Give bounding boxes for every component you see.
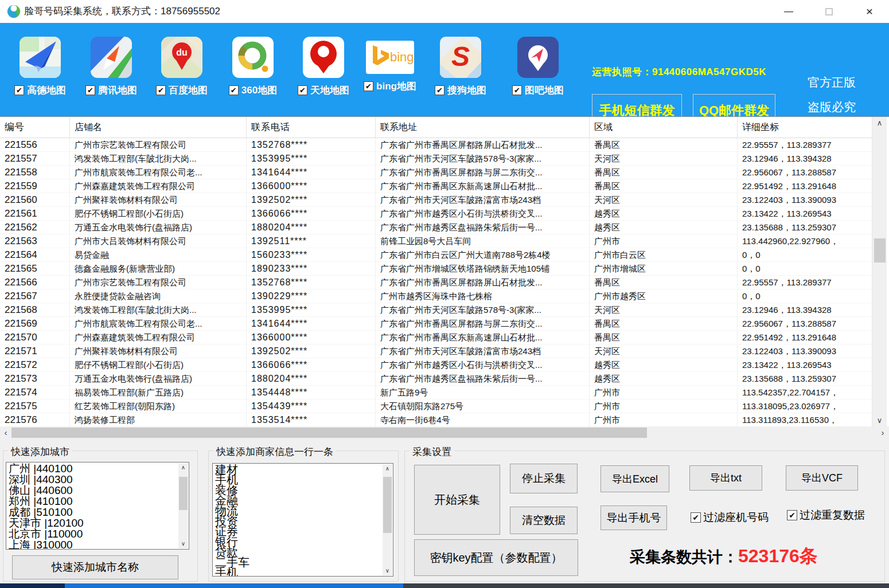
minimize-button[interactable]: — [775, 0, 802, 23]
cell-shop: 广州聚祥装饰材料有限公司 [70, 193, 247, 206]
cell-id: 221573 [0, 372, 70, 385]
scroll-up-icon[interactable]: ∧ [178, 463, 188, 472]
filter-landline-checkbox[interactable]: ✔ 过滤座机号码 [691, 510, 769, 525]
scroll-right-icon[interactable]: › [877, 426, 888, 439]
cell-address: 广东省广州市越秀区盘福路朱紫后街一号... [376, 221, 590, 234]
export-vcf-button[interactable]: 导出VCF [786, 465, 858, 491]
table-row[interactable]: 221561肥仔不锈钢工程部(小石街店)1366066****广东省广州市越秀区… [0, 207, 872, 221]
cell-district: 广州市增城区 [590, 262, 738, 275]
table-row[interactable]: 221570广州森嘉建筑装饰工程有限公司1366000****广东省广州市番禺区… [0, 331, 872, 344]
map-source-tuba: ✔ 图吧地图 [502, 37, 574, 97]
tianditu-checkbox[interactable]: ✔ 天地地图 [288, 84, 359, 97]
close-button[interactable]: × [856, 0, 883, 23]
cell-id: 221569 [0, 317, 70, 330]
table-row[interactable]: 221564易贷金融1560233****广东省广州市白云区广州大道南788号2… [0, 248, 872, 262]
table-row[interactable]: 221562万通五金水电装饰行(盘福路店)1880204****广东省广州市越秀… [0, 221, 872, 234]
baidu-map-checkbox[interactable]: ✔ 百度地图 [146, 84, 217, 97]
table-row[interactable]: 221572肥仔不锈钢工程部(小石街店)1366066****广东省广州市越秀区… [0, 358, 872, 372]
table-row[interactable]: 221574福易装饰工程部(新广五路店)1354448****新广五路9号广州市… [0, 386, 872, 399]
city-list[interactable]: 广州 |440100 深圳 |440300 佛山 |440600 郑州 |410… [6, 462, 189, 550]
table-row[interactable]: 221567永胜便捷贷款金融咨询1390229****广州市越秀区海珠中路七株榕… [0, 289, 872, 303]
cell-address: 大石镇朝阳东路275号 [376, 399, 590, 413]
cell-district: 越秀区 [590, 358, 738, 371]
column-header-coords[interactable]: 详细坐标 [738, 117, 872, 138]
export-txt-button[interactable]: 导出txt [689, 465, 762, 491]
cell-coords: 23.13422，113.269543 [738, 207, 872, 220]
merchant-list-items: 建材 手机 装修 金融 物流 投资 证券 银行 贷款 二手车 手机 [215, 464, 383, 576]
cell-phone: 1341644**** [247, 317, 376, 330]
merchant-input-list[interactable]: 建材 手机 装修 金融 物流 投资 证券 银行 贷款 二手车 手机 ∧ ∨ [212, 463, 393, 577]
column-header-phone[interactable]: 联系电话 [247, 117, 376, 138]
sogou-map-checkbox[interactable]: ✔ 搜狗地图 [425, 84, 496, 97]
amap-checkbox[interactable]: ✔ 高德地图 [5, 84, 76, 97]
360-map-checkbox[interactable]: ✔ 360地图 [217, 84, 288, 97]
cell-phone: 1341644**** [247, 166, 376, 179]
quick-add-city-button[interactable]: 快速添加城市名称 [12, 555, 178, 579]
table-row[interactable]: 221573万通五金水电装饰行(盘福路店)1880204****广东省广州市越秀… [0, 372, 872, 386]
vertical-scrollbar-thumb[interactable] [874, 238, 886, 262]
tencent-map-checkbox[interactable]: ✔ 腾讯地图 [76, 84, 147, 97]
table-row[interactable]: 221571广州聚祥装饰材料有限公司1392502****广东省广州市天河区车陂… [0, 344, 872, 358]
merchant-scrollbar-thumb[interactable] [383, 477, 392, 533]
cell-phone: 1366000**** [247, 331, 376, 344]
sogou-map-icon: S [440, 37, 481, 78]
scroll-down-icon[interactable]: ∨ [383, 566, 392, 575]
checked-checkbox-icon: ✔ [435, 85, 445, 95]
merchant-list-scrollbar[interactable]: ∧ ∨ [383, 464, 392, 575]
export-phone-button[interactable]: 导出手机号 [601, 505, 667, 530]
city-list-scrollbar[interactable]: ∧ ∨ [178, 463, 188, 548]
clear-data-button[interactable]: 清空数据 [510, 507, 578, 534]
cell-shop: 鸿发装饰工程部(车陂北街大岗... [70, 303, 247, 316]
tuba-map-checkbox[interactable]: ✔ 图吧地图 [502, 84, 574, 97]
table-row[interactable]: 221569广州市航宸装饰工程有限公司老...1341644****广东省广州市… [0, 317, 872, 331]
table-row[interactable]: 221575红艺装饰工程部(朝阳东路)1354439****大石镇朝阳东路275… [0, 399, 872, 413]
table-row[interactable]: 221576鸿扬装修工程部1353514****寺右南一街6巷4号广州市113.… [0, 413, 872, 427]
bing-map-checkbox[interactable]: ✔ bing地图 [354, 80, 426, 93]
scroll-left-icon[interactable]: ‹ [0, 426, 11, 439]
table-row[interactable]: 221556广州市宗艺装饰工程有限公司1352768****广东省广州市番禺区屏… [0, 138, 872, 152]
filter-duplicate-checkbox[interactable]: ✔ 过滤重复数据 [787, 508, 865, 523]
cell-district: 番禺区 [590, 179, 738, 193]
start-collect-button[interactable]: 开始采集 [414, 465, 500, 535]
svg-text:S: S [451, 41, 470, 72]
cell-phone: 1352768**** [247, 138, 376, 151]
key-config-button[interactable]: 密钥key配置（参数配置） [414, 539, 578, 576]
official-text-line1: 官方正版 [802, 75, 861, 91]
bing-map-icon: bing [366, 41, 414, 74]
table-row[interactable]: 221558广州市航宸装饰工程有限公司老...1341644****广东省广州市… [0, 166, 872, 179]
column-header-shop[interactable]: 店铺名 [70, 117, 247, 138]
scroll-up-icon[interactable]: ∧ [383, 464, 392, 473]
horizontal-scrollbar-thumb[interactable] [11, 428, 647, 438]
table-row[interactable]: 221566广州市宗艺装饰工程有限公司1352768****广东省广州市番禺区屏… [0, 276, 872, 289]
table-row[interactable]: 221559广州森嘉建筑装饰工程有限公司1366000****广东省广州市番禺区… [0, 179, 872, 193]
map-label: 天地地图 [310, 84, 349, 97]
column-header-district[interactable]: 区域 [590, 117, 738, 138]
stop-collect-button[interactable]: 停止采集 [510, 464, 578, 493]
city-scrollbar-thumb[interactable] [179, 477, 188, 510]
cell-address: 广东省广州市番禺区屏都路屏山石材批发... [376, 138, 590, 151]
column-header-id[interactable]: 编号 [0, 117, 70, 138]
table-row[interactable]: 221560广州聚祥装饰材料有限公司1392502****广东省广州市天河区车陂… [0, 193, 872, 207]
cell-shop: 广州聚祥装饰材料有限公司 [70, 344, 247, 358]
map-label: bing地图 [376, 80, 416, 93]
table-row[interactable]: 221563广州市大吕装饰材料有限公司1392511****前锋工业园8号大吕车… [0, 234, 872, 248]
scroll-up-icon[interactable]: ∧ [872, 117, 887, 130]
horizontal-scrollbar[interactable]: ‹ › [0, 426, 889, 439]
quick-add-merchant-panel: 快速添加商家信息一行一条 建材 手机 装修 金融 物流 投资 证券 银行 贷款 … [208, 450, 399, 582]
tuba-map-icon [517, 37, 559, 78]
column-header-address[interactable]: 联系地址 [376, 117, 590, 138]
cell-shop: 广州森嘉建筑装饰工程有限公司 [70, 179, 247, 193]
scroll-down-icon[interactable]: ∨ [178, 539, 188, 548]
vertical-scrollbar[interactable]: ∧ ∨ [872, 117, 887, 427]
table-row[interactable]: 221565德鑫金融服务(新塘营业部)1890233****广东省广州市增城区铁… [0, 262, 872, 276]
scroll-down-icon[interactable]: ∨ [872, 414, 887, 427]
collected-count: 采集条数共计：523176条 [630, 544, 882, 569]
export-excel-button[interactable]: 导出Excel [601, 465, 669, 492]
table-row[interactable]: 221568鸿发装饰工程部(车陂北街大岗...1353995****广东省广州市… [0, 303, 872, 317]
maximize-button[interactable] [816, 0, 842, 23]
table-row[interactable]: 221557鸿发装饰工程部(车陂北街大岗...1353995****广东省广州市… [0, 152, 872, 166]
settings-panel-title: 采集设置 [410, 445, 454, 458]
map-label: 百度地图 [169, 84, 208, 97]
map-source-360: ✔ 360地图 [217, 37, 288, 97]
map-label: 搜狗地图 [447, 84, 486, 97]
